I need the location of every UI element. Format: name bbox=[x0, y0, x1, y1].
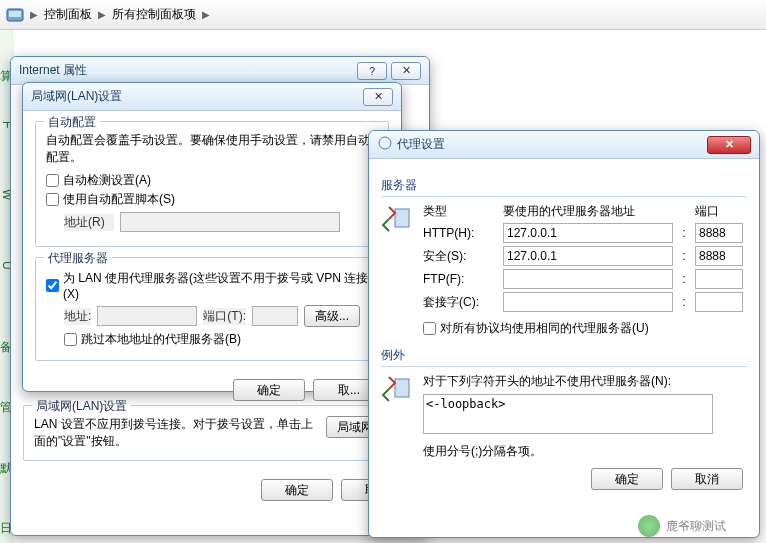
control-panel-icon bbox=[6, 7, 24, 23]
dialog-buttons: 确定 取消 bbox=[23, 471, 417, 503]
servers-icon bbox=[381, 203, 413, 235]
titlebar: 局域网(LAN)设置 ✕ bbox=[23, 83, 401, 111]
exceptions-icon bbox=[381, 373, 413, 405]
svg-point-2 bbox=[379, 137, 391, 149]
proxy-row-socks: 套接字(C): : bbox=[423, 292, 743, 312]
window-title: 局域网(LAN)设置 bbox=[31, 88, 359, 105]
section-servers: 服务器 bbox=[381, 177, 747, 197]
group-auto-config: 自动配置 自动配置会覆盖手动设置。要确保使用手动设置，请禁用自动配置。 自动检测… bbox=[35, 121, 389, 247]
window-lan-settings: 局域网(LAN)设置 ✕ 自动配置 自动配置会覆盖手动设置。要确保使用手动设置，… bbox=[22, 82, 402, 392]
ftp-port-input[interactable] bbox=[695, 269, 743, 289]
proxy-icon bbox=[377, 135, 393, 154]
lan-help-text: LAN 设置不应用到拨号连接。对于拨号设置，单击上面的"设置"按钮。 bbox=[34, 416, 316, 450]
svg-rect-3 bbox=[395, 209, 409, 227]
group-title: 自动配置 bbox=[44, 114, 100, 131]
titlebar: 代理设置 ✕ bbox=[369, 131, 759, 159]
breadcrumb: ▶ 控制面板 ▶ 所有控制面板项 ▶ bbox=[0, 0, 766, 30]
cancel-button[interactable]: 取消 bbox=[671, 468, 743, 490]
checkbox-same-proxy[interactable]: 对所有协议均使用相同的代理服务器(U) bbox=[423, 320, 743, 337]
crumb-all-items[interactable]: 所有控制面板项 bbox=[112, 6, 196, 23]
chevron-right-icon: ▶ bbox=[30, 9, 38, 20]
proxy-address-input bbox=[97, 306, 197, 326]
svg-rect-4 bbox=[395, 379, 409, 397]
window-title: 代理设置 bbox=[397, 136, 703, 153]
auto-script-address-input bbox=[120, 212, 340, 232]
proxy-row-http: HTTP(H): : bbox=[423, 223, 743, 243]
http-address-input[interactable] bbox=[503, 223, 673, 243]
auto-config-note: 自动配置会覆盖手动设置。要确保使用手动设置，请禁用自动配置。 bbox=[46, 132, 378, 166]
watermark: 鹿爷聊测试 bbox=[638, 515, 726, 537]
crumb-control-panel[interactable]: 控制面板 bbox=[44, 6, 92, 23]
checkbox-use-proxy[interactable]: 为 LAN 使用代理服务器(这些设置不用于拨号或 VPN 连接)(X) bbox=[46, 270, 378, 301]
window-title: Internet 属性 bbox=[19, 62, 353, 79]
titlebar: Internet 属性 ? ✕ bbox=[11, 57, 429, 85]
window-proxy-settings: 代理设置 ✕ 服务器 类型 要使用的代理服务器地址 端口 HTTP(H): : bbox=[368, 130, 760, 538]
secure-port-input[interactable] bbox=[695, 246, 743, 266]
checkbox-bypass-local[interactable]: 跳过本地地址的代理服务器(B) bbox=[64, 331, 378, 348]
exceptions-note: 对于下列字符开头的地址不使用代理服务器(N): bbox=[423, 373, 713, 390]
ok-button[interactable]: 确定 bbox=[233, 379, 305, 401]
ok-button[interactable]: 确定 bbox=[591, 468, 663, 490]
port-label: 端口(T): bbox=[203, 308, 246, 325]
dialog-buttons: 确定 取... bbox=[35, 371, 389, 403]
chevron-right-icon: ▶ bbox=[202, 9, 210, 20]
socks-port-input[interactable] bbox=[695, 292, 743, 312]
chevron-right-icon: ▶ bbox=[98, 9, 106, 20]
socks-address-input[interactable] bbox=[503, 292, 673, 312]
section-exceptions: 例外 bbox=[381, 347, 747, 367]
dialog-buttons: 确定 取消 bbox=[381, 460, 747, 492]
proxy-port-input bbox=[252, 306, 298, 326]
group-lan-settings: 局域网(LAN)设置 LAN 设置不应用到拨号连接。对于拨号设置，单击上面的"设… bbox=[23, 405, 417, 461]
checkbox-auto-script[interactable]: 使用自动配置脚本(S) bbox=[46, 191, 378, 208]
address-label: 地址: bbox=[64, 308, 91, 325]
group-title: 代理服务器 bbox=[44, 250, 112, 267]
ok-button[interactable]: 确定 bbox=[261, 479, 333, 501]
proxy-row-ftp: FTP(F): : bbox=[423, 269, 743, 289]
advanced-button[interactable]: 高级... bbox=[304, 305, 360, 327]
wechat-icon bbox=[638, 515, 660, 537]
svg-rect-1 bbox=[9, 11, 21, 17]
checkbox-auto-detect[interactable]: 自动检测设置(A) bbox=[46, 172, 378, 189]
close-button[interactable]: ✕ bbox=[391, 62, 421, 80]
help-button[interactable]: ? bbox=[357, 62, 387, 80]
exceptions-textarea[interactable]: <-loopback> bbox=[423, 394, 713, 434]
secure-address-input[interactable] bbox=[503, 246, 673, 266]
proxy-row-secure: 安全(S): : bbox=[423, 246, 743, 266]
proxy-header: 类型 要使用的代理服务器地址 端口 bbox=[423, 203, 743, 220]
group-proxy: 代理服务器 为 LAN 使用代理服务器(这些设置不用于拨号或 VPN 连接)(X… bbox=[35, 257, 389, 361]
close-button[interactable]: ✕ bbox=[707, 136, 751, 154]
address-label: 地址(R) bbox=[64, 214, 114, 231]
ftp-address-input[interactable] bbox=[503, 269, 673, 289]
close-button[interactable]: ✕ bbox=[363, 88, 393, 106]
http-port-input[interactable] bbox=[695, 223, 743, 243]
exceptions-hint: 使用分号(;)分隔各项。 bbox=[423, 443, 713, 460]
